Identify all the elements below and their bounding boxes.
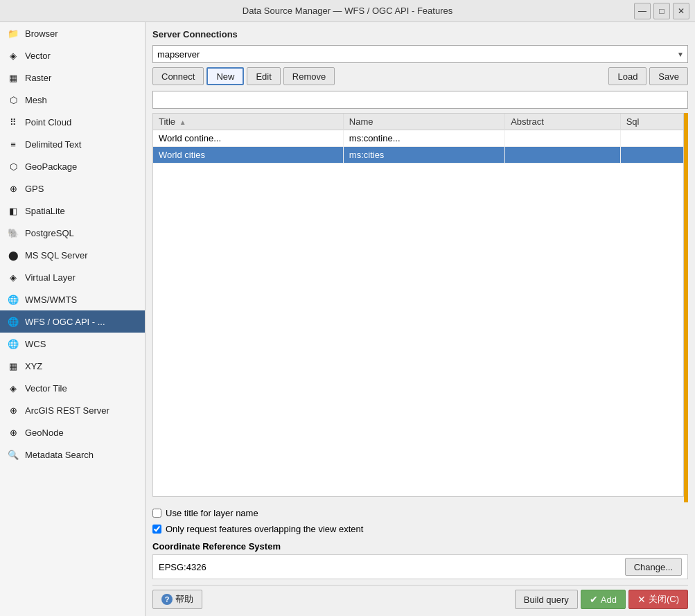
bottom-section: Use title for layer name Only request fe… [152,502,688,579]
crs-row: EPSG:4326 Change... [152,554,688,579]
connect-button[interactable]: Connect [152,67,204,85]
sidebar-item-label: Point Cloud [25,117,71,127]
sidebar-item-spatialite[interactable]: ◧SpatiaLite [0,200,145,222]
col-sql[interactable]: Sql [620,114,683,130]
cell-abstract [505,130,620,147]
add-button[interactable]: ✔ Add [581,590,626,609]
geo-icon: ⬡ [7,160,19,173]
cell-sql [620,147,683,164]
footer-row: ? 帮助 Build query ✔ Add ✕ 关闭(C) [152,585,688,609]
geonode-icon: ⊕ [7,426,19,439]
sidebar-item-browser[interactable]: 📁Browser [0,22,145,44]
sidebar-item-wcs[interactable]: 🌐WCS [0,333,145,355]
sidebar-item-metadata[interactable]: 🔍Metadata Search [0,443,145,466]
main-container: 📁Browser◈Vector▦Raster⬡Mesh⠿Point Cloud≡… [0,22,695,616]
cell-name: ms:contine... [343,130,504,147]
sidebar-item-delimited[interactable]: ≡Delimited Text [0,133,145,155]
sidebar-item-label: Raster [25,73,51,83]
sidebar-item-postgresql[interactable]: 🐘PostgreSQL [0,222,145,244]
only-request-row: Only request features overlapping the vi… [152,521,688,537]
gps-icon: ⊕ [7,182,19,195]
sidebar-item-raster[interactable]: ▦Raster [0,67,145,89]
table-header-row: Title ▲ Name Abstract Sql [153,114,683,130]
folder-icon: 📁 [7,27,19,39]
sidebar-item-label: XYZ [25,361,42,371]
crs-value: EPSG:4326 [159,562,619,572]
crs-section: Coordinate Reference System EPSG:4326 Ch… [152,541,688,579]
sidebar-item-pointcloud[interactable]: ⠿Point Cloud [0,111,145,133]
window-title: Data Source Manager — WFS / OGC API - Fe… [61,6,634,16]
search-input[interactable] [152,91,688,109]
close-dialog-icon: ✕ [637,594,646,605]
edit-button[interactable]: Edit [247,67,280,85]
table-wrapper: Title ▲ Name Abstract Sql World contine.… [152,113,688,502]
table-row[interactable]: World contine... ms:contine... [153,130,683,147]
sidebar-item-label: Vector Tile [25,383,67,394]
cell-title: World contine... [153,130,343,147]
build-query-button[interactable]: Build query [515,590,578,609]
window-controls[interactable]: — □ ✕ [634,3,689,19]
mssql-icon: ⬤ [7,249,19,261]
sidebar-item-label: WMS/WMTS [25,294,77,305]
vt-icon: ◈ [7,382,19,394]
layers-table: Title ▲ Name Abstract Sql World contine.… [153,114,683,164]
raster-icon: ▦ [7,71,19,84]
sidebar-item-label: Browser [25,28,58,39]
sidebar-item-geonode[interactable]: ⊕GeoNode [0,421,145,443]
wcs-icon: 🌐 [7,337,19,350]
sidebar-item-label: Mesh [25,95,47,105]
sidebar-item-label: Delimited Text [25,139,81,150]
cell-name: ms:cities [343,147,504,164]
sidebar-item-label: ArcGIS REST Server [25,405,109,416]
table-row[interactable]: World cities ms:cities [153,147,683,164]
sidebar-item-label: Metadata Search [25,450,94,460]
sidebar-item-vectortile[interactable]: ◈Vector Tile [0,377,145,399]
save-button[interactable]: Save [649,67,688,85]
connection-select[interactable]: mapserver [152,45,688,63]
help-label: 帮助 [175,593,193,606]
sidebar-item-geopackage[interactable]: ⬡GeoPackage [0,155,145,177]
close-button[interactable]: ✕ [673,3,689,19]
search-row [152,91,688,109]
wfs-icon: 🌐 [7,315,19,328]
cell-title: World cities [153,147,343,164]
only-request-checkbox[interactable] [152,525,161,534]
crs-section-label: Coordinate Reference System [152,541,688,552]
layers-table-container: Title ▲ Name Abstract Sql World contine.… [152,113,684,497]
arcgis-icon: ⊕ [7,404,19,416]
sidebar-item-gps[interactable]: ⊕GPS [0,177,145,200]
minimize-button[interactable]: — [634,3,651,19]
use-title-row: Use title for layer name [152,505,688,521]
load-button[interactable]: Load [608,67,646,85]
footer-right: Build query ✔ Add ✕ 关闭(C) [515,590,688,609]
sidebar-item-mesh[interactable]: ⬡Mesh [0,89,145,111]
footer-left: ? 帮助 [152,590,202,609]
sidebar-item-label: GeoPackage [25,161,77,172]
col-title[interactable]: Title ▲ [153,114,343,130]
close-dialog-button[interactable]: ✕ 关闭(C) [628,590,688,609]
sidebar-item-xyz[interactable]: ▦XYZ [0,355,145,377]
sidebar-item-wms[interactable]: 🌐WMS/WMTS [0,288,145,310]
content-area: Server Connections mapserver ▼ Connect N… [146,22,695,616]
help-button[interactable]: ? 帮助 [152,590,202,609]
sidebar-item-arcgis[interactable]: ⊕ArcGIS REST Server [0,399,145,421]
connection-select-wrapper[interactable]: mapserver ▼ [152,45,688,63]
virtual-icon: ◈ [7,271,19,283]
col-abstract[interactable]: Abstract [505,114,620,130]
sidebar-item-virtual[interactable]: ◈Virtual Layer [0,266,145,288]
help-icon: ? [161,594,173,605]
new-button[interactable]: New [206,67,244,85]
sidebar-item-vector[interactable]: ◈Vector [0,44,145,67]
sidebar-item-label: SpatiaLite [25,206,65,216]
sidebar-item-wfs[interactable]: 🌐WFS / OGC API - ... [0,310,145,333]
remove-button[interactable]: Remove [283,67,335,85]
use-title-checkbox[interactable] [152,509,161,518]
sidebar-item-label: WFS / OGC API - ... [25,317,105,327]
accent-bar [684,113,688,502]
sidebar-item-label: WCS [25,339,46,349]
wms-icon: 🌐 [7,293,19,306]
change-crs-button[interactable]: Change... [625,558,682,576]
maximize-button[interactable]: □ [653,3,670,19]
col-name[interactable]: Name [343,114,504,130]
sidebar-item-mssql[interactable]: ⬤MS SQL Server [0,244,145,266]
